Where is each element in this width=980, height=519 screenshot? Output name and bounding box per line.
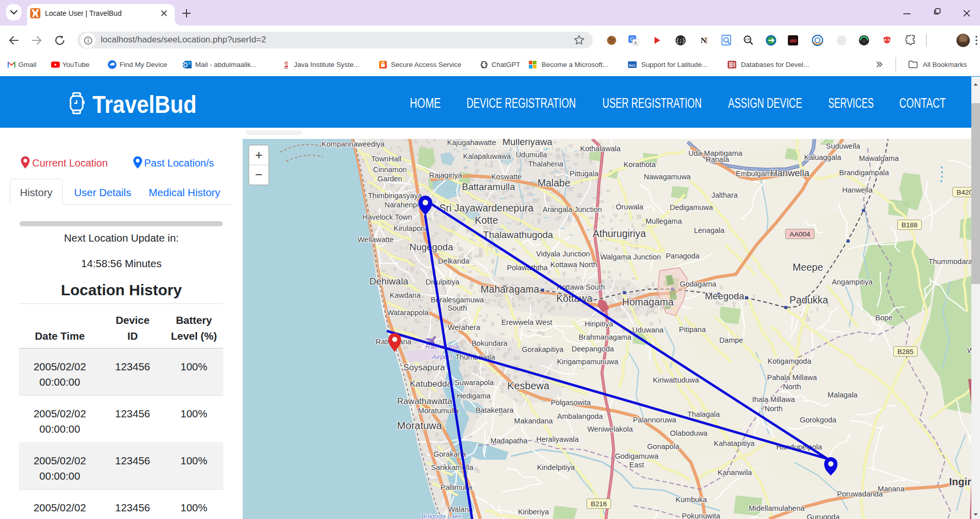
svg-text:480: 480 bbox=[789, 38, 797, 43]
svg-text:OCR: OCR bbox=[745, 38, 751, 41]
svg-text:{;}: {;} bbox=[676, 38, 685, 44]
svg-text:N: N bbox=[701, 36, 707, 44]
svg-text:DєLL: DєLL bbox=[629, 64, 636, 67]
